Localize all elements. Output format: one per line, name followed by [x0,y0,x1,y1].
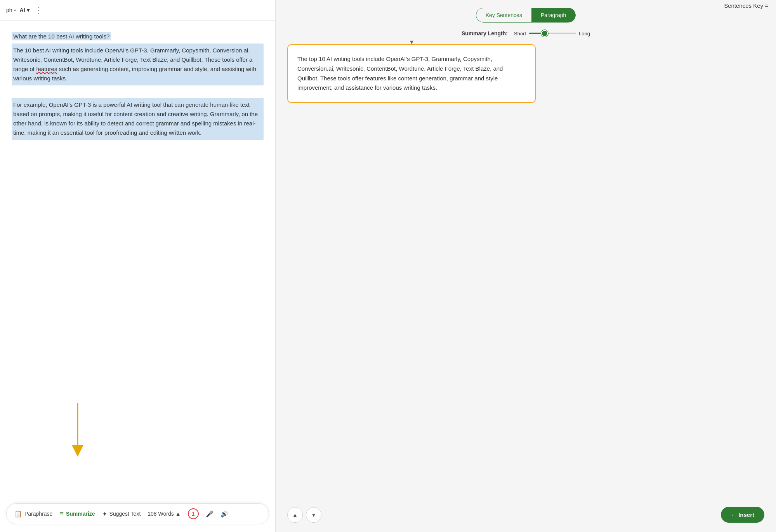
more-menu-button[interactable]: ⋮ [35,5,43,15]
left-panel: ph ▾ AI ▾ ⋮ What are the 10 best AI writ… [0,0,276,532]
summarize-button[interactable]: ≡ Summarize [59,510,95,518]
nav-up-button[interactable]: ▲ [287,507,303,523]
paragraph-button[interactable]: Paragraph [531,8,576,23]
paraphrase-label: Paraphrase [24,511,52,517]
word-count-button[interactable]: 108 Words ▲ [148,511,181,517]
suggest-text-button[interactable]: ✦ Suggest Text [102,510,141,518]
summary-box: ▾ The top 10 AI writing tools include Op… [287,44,536,103]
editor-paragraph1: The 10 best AI writing tools include Ope… [12,43,264,85]
word-count-label: 108 Words [148,511,174,517]
short-label: Short [514,31,526,37]
arrow-annotation [62,403,93,457]
dropdown-caret-icon: ▾ [410,37,413,48]
key-sentences-button[interactable]: Key Sentences [476,8,531,23]
summarize-icon: ≡ [59,510,64,518]
paraphrase-icon: 📋 [14,510,22,518]
nav-down-button[interactable]: ▼ [306,507,321,523]
word-count-chevron-icon: ▲ [175,511,181,517]
ai-dropdown[interactable]: AI ▾ [20,7,30,13]
bottom-toolbar-wrapper: 📋 Paraphrase ≡ Summarize ✦ Suggest Text … [0,500,275,532]
slider-container: Short Long [514,31,590,37]
microphone-button[interactable]: 🎤 [206,510,214,518]
nav-arrows: ▲ ▼ [287,507,321,523]
editor-area[interactable]: What are the 10 best AI writing tools? T… [0,21,275,500]
paragraph1-underlined-word: features [36,66,57,72]
summary-length-row: Summary Length: Short Long [462,30,590,37]
summary-text: The top 10 AI writing tools include Open… [297,56,503,91]
summary-length-slider[interactable] [529,33,576,34]
top-hint-label: Sentences Key = [724,2,768,9]
editor-question: What are the 10 best AI writing tools? [12,32,111,40]
bottom-toolbar: 📋 Paraphrase ≡ Summarize ✦ Suggest Text … [6,503,269,524]
notification-badge[interactable]: 1 [188,508,199,519]
mode-toggle: Key Sentences Paragraph [476,8,576,23]
speaker-button[interactable]: 🔊 [220,510,228,518]
top-toolbar: ph ▾ AI ▾ ⋮ [0,0,275,21]
editor-paragraph2: For example, OpenAI's GPT-3 is a powerfu… [12,98,264,140]
format-dropdown[interactable]: ph ▾ [6,7,16,13]
summary-length-label: Summary Length: [462,30,508,37]
paraphrase-button[interactable]: 📋 Paraphrase [14,510,52,518]
suggest-label: Suggest Text [109,511,141,517]
format-label: ph [6,7,12,13]
right-bottom-bar: ▲ ▼ ← Insert [276,507,776,523]
format-chevron-icon: ▾ [14,8,16,12]
long-label: Long [579,31,590,37]
ai-chevron-icon: ▾ [27,7,30,13]
right-panel: Sentences Key = Key Sentences Paragraph … [276,0,776,532]
insert-button[interactable]: ← Insert [721,507,764,523]
summarize-label: Summarize [66,511,95,517]
ai-label: AI [20,7,25,13]
suggest-icon: ✦ [102,510,107,518]
svg-marker-1 [72,445,83,457]
